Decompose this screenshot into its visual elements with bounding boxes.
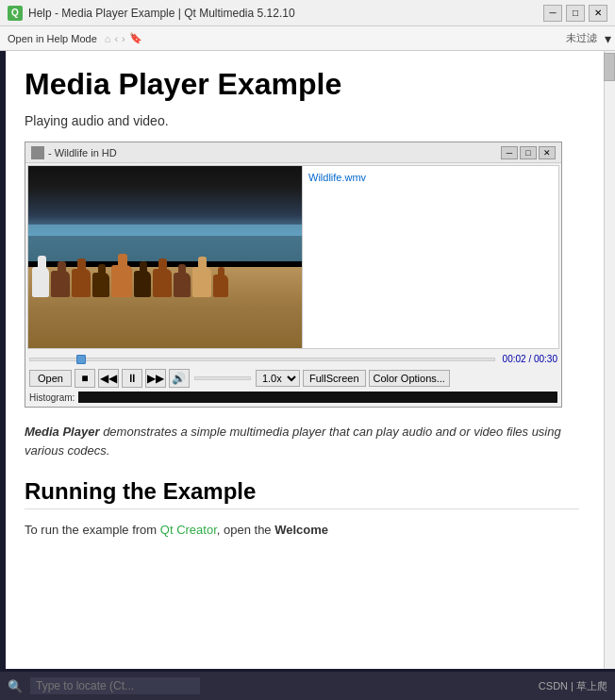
video-display (28, 166, 302, 348)
close-button[interactable]: ✕ (589, 5, 607, 22)
player-body: Wildlife.wmv (27, 165, 559, 349)
playlist-item[interactable]: Wildlife.wmv (307, 170, 555, 185)
player-close-button[interactable]: ✕ (539, 146, 556, 159)
prev-button[interactable]: ◀◀ (98, 369, 119, 388)
back-icon[interactable]: ‹ (114, 33, 118, 44)
help-toolbar: Open in Help Mode ⌂ ‹ › 🔖 未过滤 ▾ (0, 26, 615, 51)
locate-input[interactable] (30, 677, 200, 694)
running-text: To run the example from Qt Creator, open… (25, 521, 579, 540)
open-button[interactable]: Open (29, 370, 72, 387)
stop-button[interactable]: ■ (75, 369, 95, 388)
next-button[interactable]: ▶▶ (145, 369, 166, 388)
help-content: Media Player Example Playing audio and v… (6, 51, 609, 669)
app-icon: Q (8, 6, 23, 21)
filter-arrow-icon[interactable]: ▾ (605, 31, 611, 46)
description-body: demonstrates a simple multimedia player … (25, 425, 561, 458)
welcome-word: Welcome (274, 523, 328, 537)
player-maximize-button[interactable]: □ (520, 146, 537, 159)
open-in-help-mode-button[interactable]: Open in Help Mode (4, 31, 101, 46)
player-window-title: - Wildlife in HD (48, 147, 501, 158)
watermark-text: CSDN | 草上爬 (539, 679, 607, 693)
qt-creator-link[interactable]: Qt Creator (160, 523, 217, 537)
description-text: Media Player demonstrates a simple multi… (25, 423, 579, 459)
pause-button[interactable]: ⏸ (122, 369, 142, 388)
playback-time: 00:02 / 00:30 (503, 354, 557, 364)
bottom-bar: 🔍 CSDN | 草上爬 (0, 672, 615, 700)
app-name-italic: Media Player (25, 425, 100, 439)
color-options-button[interactable]: Color Options... (369, 370, 450, 387)
content-area: Media Player Example Playing audio and v… (0, 51, 615, 669)
histogram-bar (78, 392, 557, 403)
seek-bar-row: 00:02 / 00:30 (25, 351, 561, 367)
fullscreen-button[interactable]: FullScreen (303, 370, 366, 387)
seek-bar[interactable] (29, 358, 495, 361)
histogram-row: Histogram: (25, 390, 561, 407)
speed-select[interactable]: 1.0x (256, 370, 300, 387)
scrollbar-thumb[interactable] (604, 53, 615, 81)
seek-thumb[interactable] (76, 355, 86, 364)
filter-label: 未过滤 (566, 31, 597, 45)
bookmark-icon[interactable]: 🔖 (129, 32, 142, 44)
volume-slider[interactable] (194, 376, 251, 380)
player-title-bar: - Wildlife in HD ─ □ ✕ (25, 142, 561, 163)
window-title: Help - Media Player Example | Qt Multime… (28, 7, 543, 20)
media-controls: Open ■ ◀◀ ⏸ ▶▶ 🔊 1.0x FullScreen Color O… (25, 367, 561, 390)
title-bar: Q Help - Media Player Example | Qt Multi… (0, 0, 615, 26)
histogram-label: Histogram: (29, 392, 75, 403)
volume-button[interactable]: 🔊 (169, 369, 190, 388)
player-screenshot: - Wildlife in HD ─ □ ✕ (25, 142, 562, 408)
page-subtitle: Playing audio and video. (25, 113, 579, 128)
home-icon[interactable]: ⌂ (105, 33, 111, 44)
search-icon: 🔍 (8, 679, 23, 693)
minimize-button[interactable]: ─ (543, 5, 562, 22)
forward-icon[interactable]: › (122, 33, 125, 44)
maximize-button[interactable]: □ (566, 5, 585, 22)
scrollbar-track[interactable] (604, 51, 615, 669)
player-window-buttons: ─ □ ✕ (501, 146, 556, 159)
player-minimize-button[interactable]: ─ (501, 146, 518, 159)
section-title: Running the Example (25, 478, 579, 509)
player-app-icon (31, 146, 44, 159)
page-title: Media Player Example (25, 66, 579, 102)
window-controls: ─ □ ✕ (543, 5, 607, 22)
video-content (28, 166, 302, 348)
playlist-panel: Wildlife.wmv (302, 166, 558, 348)
